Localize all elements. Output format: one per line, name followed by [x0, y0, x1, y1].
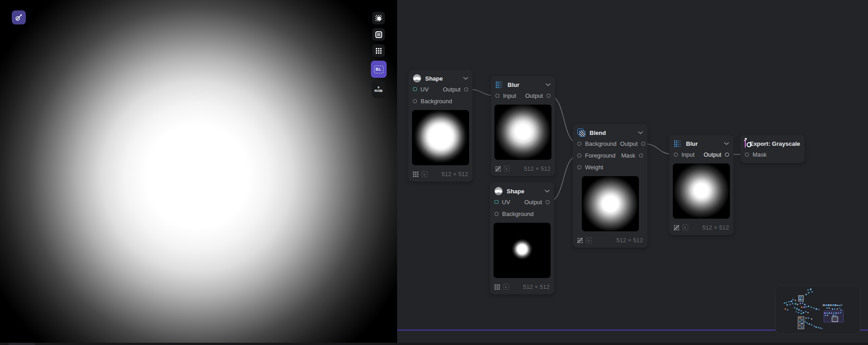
node-title: Blur	[686, 140, 698, 147]
export-node-icon	[745, 140, 746, 148]
port-label-output: Output	[704, 151, 721, 158]
port-label-background: Background	[421, 98, 452, 105]
node-title: Shape	[425, 75, 443, 82]
minimap-viewport-rect[interactable]	[832, 316, 838, 322]
port-label-weight: Weight	[585, 164, 603, 171]
port-label-foreground: Foreground	[585, 152, 615, 159]
node-export-grayscale[interactable]: Export: Grayscale Mask	[740, 135, 805, 163]
port-mask[interactable]	[745, 153, 749, 157]
srgb-label-bottom: RGB	[374, 89, 383, 93]
toolbar-button-bl-view[interactable]: BL	[371, 61, 387, 78]
bl-view-label: BL	[374, 66, 384, 73]
clamp-l-icon: L	[682, 225, 688, 230]
port-input[interactable]	[674, 153, 678, 157]
eyedropper-icon	[15, 14, 23, 21]
graph-minimap[interactable]	[775, 285, 860, 334]
tiling-grid-icon	[494, 284, 500, 290]
clamp-l-icon: L	[422, 171, 427, 177]
blur-spot-icon	[375, 14, 383, 22]
tiling-grid-icon	[413, 172, 418, 177]
port-label-output: Output	[443, 86, 460, 93]
node-preview-thumbnail	[582, 176, 639, 231]
tiling-grid-slash-icon	[674, 225, 679, 230]
toolbar-button-shape-preview[interactable]	[372, 28, 385, 41]
port-label-output: Output	[524, 199, 542, 206]
port-input[interactable]	[495, 94, 499, 98]
blur-node-icon	[674, 139, 682, 148]
node-preview-thumbnail	[673, 163, 730, 219]
port-output[interactable]	[641, 142, 645, 146]
node-size-label: 512 × 512	[616, 237, 643, 244]
node-shape-1[interactable]: Shape UV Output Background L 512 × 512	[408, 70, 473, 182]
chevron-down-icon[interactable]	[545, 190, 550, 192]
port-output[interactable]	[464, 87, 468, 91]
grid-icon	[376, 48, 377, 49]
port-label-uv: UV	[502, 199, 510, 206]
tiling-grid-slash-icon	[495, 166, 501, 172]
node-title: Blur	[508, 81, 519, 88]
node-preview-thumbnail	[494, 223, 551, 278]
blur-node-icon	[495, 81, 504, 89]
port-label-uv: UV	[421, 86, 429, 93]
port-uv[interactable]	[494, 200, 499, 204]
bottom-edge-tab	[9, 343, 35, 345]
clamp-l-icon: L	[586, 237, 592, 243]
node-preview-thumbnail	[412, 110, 469, 165]
shape-node-icon	[494, 187, 503, 195]
chevron-down-icon[interactable]	[638, 131, 643, 134]
port-label-output: Output	[525, 92, 543, 99]
port-label-input: Input	[681, 151, 695, 158]
node-blend[interactable]: Blend Background Output Foreground Mask …	[573, 124, 647, 248]
port-label-background: Background	[502, 211, 533, 217]
node-size-label: 512 × 512	[702, 225, 729, 231]
bottom-edge-bar	[0, 343, 868, 345]
chevron-down-icon[interactable]	[463, 77, 468, 80]
port-weight[interactable]	[577, 165, 581, 169]
node-blur-2[interactable]: Blur Input Output L 512 × 512	[669, 135, 734, 235]
port-label-mask: Mask	[753, 151, 767, 158]
blend-node-icon	[577, 129, 585, 137]
node-size-label: 512 × 512	[523, 284, 550, 290]
port-output[interactable]	[547, 94, 551, 98]
port-background[interactable]	[494, 212, 499, 216]
clamp-l-icon: L	[503, 284, 509, 290]
node-title: Blend	[590, 129, 606, 136]
port-foreground[interactable]	[577, 153, 581, 158]
node-size-label: 512 × 512	[441, 171, 468, 177]
port-label-background: Background	[585, 140, 616, 147]
port-output[interactable]	[546, 200, 550, 204]
port-label-input: Input	[503, 92, 516, 99]
port-uv[interactable]	[413, 87, 417, 91]
port-output[interactable]	[725, 153, 729, 157]
node-blur-1[interactable]: Blur Input Output L 512 × 512	[491, 76, 555, 176]
node-preview-thumbnail	[494, 105, 551, 160]
chevron-down-icon[interactable]	[546, 83, 551, 86]
shape-node-icon	[413, 74, 421, 82]
port-label-mask: Mask	[621, 152, 635, 159]
port-background[interactable]	[577, 142, 581, 146]
port-mask-output[interactable]	[639, 153, 643, 158]
color-picker-button[interactable]	[12, 10, 26, 24]
toolbar-button-srgb[interactable]: s RGB	[372, 81, 385, 97]
toolbar-button-blur-preview[interactable]	[372, 12, 385, 24]
port-background[interactable]	[413, 99, 417, 103]
texture-preview-viewport[interactable]	[0, 0, 397, 345]
app-window: BL s RGB Shape UV Output	[0, 0, 868, 345]
node-title: Export: Grayscale	[750, 140, 800, 147]
node-title: Shape	[507, 188, 524, 195]
tiling-grid-slash-icon	[577, 238, 583, 243]
chevron-down-icon[interactable]	[724, 142, 729, 145]
view-toolbar: BL s RGB	[370, 12, 387, 97]
toolbar-button-grid-view[interactable]	[372, 44, 385, 57]
rounded-square-icon	[375, 31, 382, 38]
clamp-l-icon: L	[504, 166, 510, 172]
port-label-output: Output	[620, 140, 638, 147]
node-shape-2[interactable]: Shape UV Output Background L 512 × 512	[490, 182, 554, 294]
node-size-label: 512 × 512	[524, 166, 551, 172]
